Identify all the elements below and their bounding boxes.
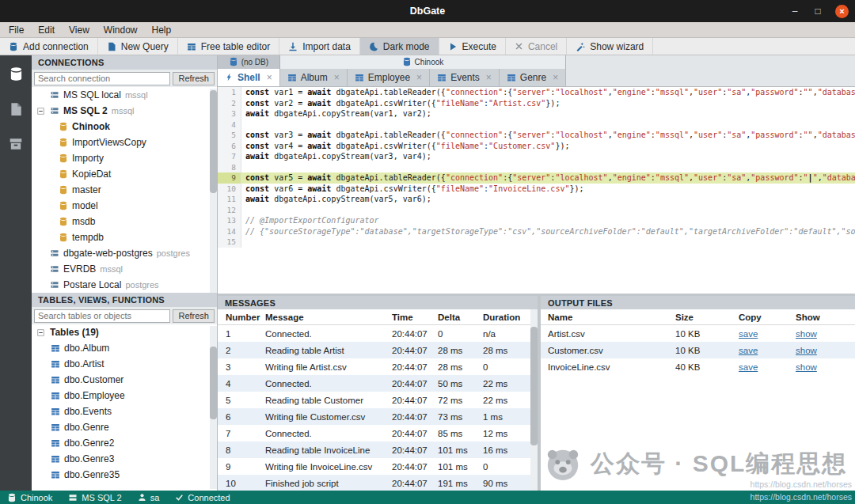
column-header-time[interactable]: Time <box>392 313 438 322</box>
database-item-master[interactable]: master <box>32 182 217 198</box>
tab-close-icon[interactable]: × <box>553 72 558 83</box>
connections-refresh-button[interactable]: Refresh <box>173 72 215 85</box>
code-line-7[interactable]: 7await dbgateApi.copyStream(var3, var4); <box>218 151 855 162</box>
collapse-toggle-icon[interactable] <box>36 329 46 336</box>
free-table-editor-button[interactable]: Free table editor <box>178 38 279 55</box>
code-line-5[interactable]: 5const var3 = await dbgateApi.tableReade… <box>218 130 855 141</box>
menu-window[interactable]: Window <box>97 23 145 37</box>
code-line-15[interactable]: 15 <box>218 237 855 248</box>
code-line-9[interactable]: 9const var5 = await dbgateApi.tableReade… <box>218 172 855 184</box>
tables-scrollbar[interactable] <box>210 326 217 489</box>
table-item-dbo-artist[interactable]: dbo.Artist <box>32 356 217 372</box>
collapse-toggle-icon[interactable] <box>36 108 46 115</box>
message-row[interactable]: 8Reading table InvoiceLine20:44:07101 ms… <box>218 441 538 458</box>
table-item-dbo-genre[interactable]: dbo.Genre <box>32 419 217 435</box>
database-item-tempdb[interactable]: tempdb <box>32 229 217 245</box>
archive-panel-icon[interactable] <box>9 137 23 151</box>
tab-close-icon[interactable]: × <box>416 72 422 83</box>
save-link[interactable]: save <box>739 362 758 372</box>
message-row[interactable]: 3Writing file Artist.csv20:44:0728 ms0 <box>218 358 538 375</box>
column-header-delta[interactable]: Delta <box>438 313 483 322</box>
status-chinook[interactable]: Chinook <box>7 493 52 502</box>
code-line-12[interactable]: 12 <box>218 205 855 216</box>
output-file-row[interactable]: Artist.csv10 KBsaveshow <box>541 325 855 342</box>
tab-close-icon[interactable]: × <box>486 72 492 83</box>
table-item-dbo-genre3[interactable]: dbo.Genre3 <box>32 451 217 467</box>
menu-edit[interactable]: Edit <box>31 23 62 37</box>
close-button[interactable]: × <box>835 5 849 18</box>
column-header-duration[interactable]: Duration <box>483 313 538 322</box>
save-link[interactable]: save <box>739 346 758 355</box>
code-line-2[interactable]: 2const var2 = await dbgateApi.csvWriter(… <box>218 98 855 109</box>
tables-search-input[interactable] <box>34 309 170 323</box>
show-link[interactable]: show <box>796 362 817 372</box>
table-item-dbo-genre2[interactable]: dbo.Genre2 <box>32 435 217 451</box>
new-query-button[interactable]: New Query <box>98 38 178 55</box>
code-line-13[interactable]: 13// @ImportExportConfigurator <box>218 215 855 226</box>
message-row[interactable]: 2Reading table Artist20:44:0728 ms28 ms <box>218 342 538 358</box>
tab-employee[interactable]: Employee× <box>348 69 430 86</box>
tab-shell[interactable]: Shell× <box>218 69 280 86</box>
execute-button[interactable]: Execute <box>439 38 506 55</box>
files-panel-icon[interactable] <box>9 102 23 116</box>
code-line-1[interactable]: 1const var1 = await dbgateApi.tableReade… <box>218 87 855 98</box>
menu-view[interactable]: View <box>62 23 97 37</box>
code-line-3[interactable]: 3await dbgateApi.copyStream(var1, var2); <box>218 108 855 119</box>
table-item-dbo-genre35[interactable]: dbo.Genre35 <box>32 467 217 483</box>
tab-events[interactable]: Events× <box>430 69 500 86</box>
menu-file[interactable]: File <box>2 23 31 37</box>
output-file-row[interactable]: InvoiceLine.csv40 KBsaveshow <box>541 358 855 375</box>
messages-scrollbar[interactable] <box>530 309 538 491</box>
tab-close-icon[interactable]: × <box>334 72 340 83</box>
connection-item-dbgate-web-postgres[interactable]: dbgate-web-postgrespostgres <box>32 245 217 261</box>
table-item-dbo-employee[interactable]: dbo.Employee <box>32 388 217 404</box>
add-connection-button[interactable]: Add connection <box>0 38 98 55</box>
database-item-chinook[interactable]: Chinook <box>32 119 217 135</box>
minimize-button[interactable]: – <box>789 6 800 17</box>
message-row[interactable]: 9Writing file InvoiceLine.csv20:44:07101… <box>218 458 538 475</box>
message-row[interactable]: 7Connected.20:44:0785 ms12 ms <box>218 425 538 441</box>
connection-item-postare-local[interactable]: Postare Localpostgres <box>32 277 217 293</box>
show-link[interactable]: show <box>796 346 817 355</box>
code-line-6[interactable]: 6const var4 = await dbgateApi.csvWriter(… <box>218 141 855 152</box>
message-row[interactable]: 10Finished job script20:44:07191 ms90 ms <box>218 475 538 491</box>
maximize-button[interactable]: □ <box>812 6 823 17</box>
database-item-importviewscopy[interactable]: ImportViewsCopy <box>32 135 217 150</box>
cancel-button[interactable]: Cancel <box>506 38 567 55</box>
code-line-14[interactable]: 14// {"sourceStorageType":"database","ta… <box>218 226 855 237</box>
sql-shell-editor[interactable]: 1const var1 = await dbgateApi.tableReade… <box>218 87 855 294</box>
column-header-show[interactable]: Show <box>796 313 855 322</box>
save-link[interactable]: save <box>739 329 758 339</box>
status-ms-sql-2[interactable]: MS SQL 2 <box>68 493 121 502</box>
message-row[interactable]: 5Reading table Customer20:44:0772 ms22 m… <box>218 392 538 408</box>
show-link[interactable]: show <box>796 329 817 339</box>
message-row[interactable]: 1Connected.20:44:070n/a <box>218 325 538 342</box>
database-item-model[interactable]: model <box>32 198 217 214</box>
tables-group[interactable]: Tables (19) <box>32 324 217 340</box>
code-line-10[interactable]: 10const var6 = await dbgateApi.csvWriter… <box>218 184 855 195</box>
table-item-dbo-customer[interactable]: dbo.Customer <box>32 372 217 388</box>
column-header-copy[interactable]: Copy <box>739 313 796 322</box>
code-line-8[interactable]: 8 <box>218 162 855 173</box>
message-row[interactable]: 6Writing file Customer.csv20:44:0773 ms1… <box>218 408 538 425</box>
status-sa[interactable]: sa <box>138 493 160 502</box>
dark-mode-button[interactable]: Dark mode <box>360 38 439 55</box>
tab-album[interactable]: Album× <box>280 69 348 86</box>
status-connected[interactable]: Connected <box>175 493 230 502</box>
connection-item-ms-sql-2[interactable]: MS SQL 2mssql <box>32 103 217 119</box>
database-item-msdb[interactable]: msdb <box>32 214 217 229</box>
code-line-4[interactable]: 4 <box>218 119 855 131</box>
tab-genre[interactable]: Genre× <box>500 69 566 86</box>
table-item-dbo-events[interactable]: dbo.Events <box>32 404 217 419</box>
menu-help[interactable]: Help <box>145 23 179 37</box>
column-header-number[interactable]: Number <box>218 313 265 322</box>
connections-scrollbar[interactable] <box>210 89 217 293</box>
tab-group-chinook[interactable]: Chinook <box>280 55 567 69</box>
connection-item-ms-sql-local[interactable]: MS SQL localmssql <box>32 87 217 103</box>
output-file-row[interactable]: Customer.csv10 KBsaveshow <box>541 342 855 358</box>
code-line-11[interactable]: 11await dbgateApi.copyStream(var5, var6)… <box>218 194 855 205</box>
tab-group-no-db[interactable]: (no DB) <box>218 55 280 69</box>
column-header-size[interactable]: Size <box>675 313 739 322</box>
connections-panel-icon[interactable] <box>9 66 24 81</box>
column-header-name[interactable]: Name <box>541 313 675 322</box>
